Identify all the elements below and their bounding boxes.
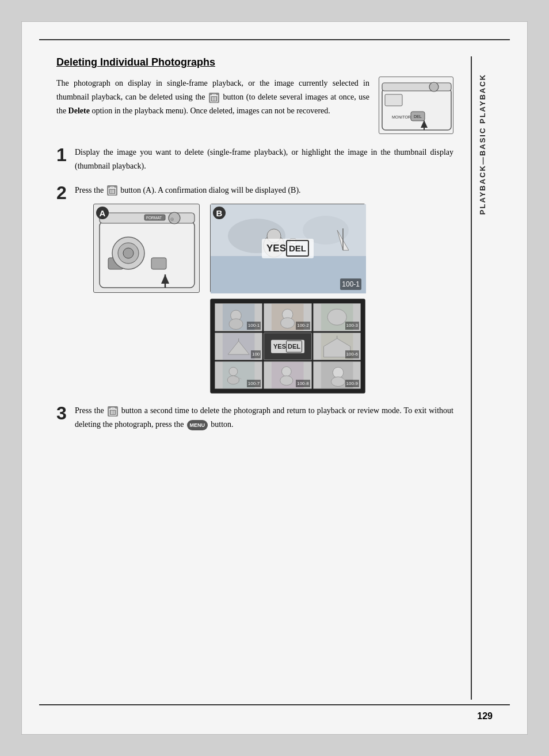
step-2-text-post: button (A). A confirmation dialog will b… bbox=[120, 186, 300, 194]
step-3-content: Press the button a second time to delete… bbox=[75, 404, 453, 432]
thumb-num-7: 100-7 bbox=[247, 380, 261, 388]
svg-point-35 bbox=[123, 248, 134, 258]
page: Deleting Individual Photographs The phot… bbox=[21, 21, 528, 735]
svg-point-62 bbox=[227, 376, 239, 384]
svg-rect-14 bbox=[385, 94, 402, 106]
yes-text: YES bbox=[266, 243, 286, 254]
svg-point-68 bbox=[333, 367, 344, 378]
svg-point-48 bbox=[229, 319, 243, 330]
intro-area: The photograph on display in single-fram… bbox=[56, 77, 453, 134]
step-2-content: Press the button (A). A confirmation dia… bbox=[75, 184, 453, 394]
step-2-text-pre: Press the bbox=[75, 186, 104, 194]
svg-text:FORMAT: FORMAT bbox=[146, 216, 162, 220]
top-border bbox=[39, 39, 510, 40]
step-1: 1 Display the image you want to delete (… bbox=[56, 146, 453, 173]
sidebar: PLAYBACK—BASIC PLAYBACK bbox=[471, 56, 493, 700]
page-number: 129 bbox=[477, 711, 493, 721]
svg-text:◎: ◎ bbox=[170, 217, 174, 221]
step2-images: A ◎ FORMAT bbox=[93, 204, 453, 394]
thumb-num-3: 100-3 bbox=[345, 322, 359, 330]
thumb-3: 100-3 bbox=[313, 303, 361, 331]
svg-rect-30 bbox=[151, 258, 166, 269]
svg-point-65 bbox=[282, 366, 292, 376]
thumb-del: DEL bbox=[286, 341, 302, 353]
sidebar-label: PLAYBACK—BASIC PLAYBACK bbox=[478, 74, 487, 215]
svg-text:DEL: DEL bbox=[414, 114, 422, 119]
thumb-yes-del: YESDEL bbox=[271, 340, 304, 353]
image-b-bottom: 100-1 100-2 100-3 bbox=[210, 299, 365, 394]
svg-point-53 bbox=[327, 310, 346, 326]
svg-point-69 bbox=[331, 377, 345, 387]
thumb-1: 100-1 bbox=[215, 303, 262, 331]
image-number: 100-1 bbox=[340, 278, 361, 290]
menu-icon: MENU bbox=[187, 420, 208, 430]
thumb-num-1: 100-1 bbox=[247, 322, 261, 330]
step-3-number: 3 bbox=[56, 404, 69, 422]
del-label: DEL bbox=[286, 240, 309, 257]
svg-text:MONITOR: MONITOR bbox=[392, 115, 411, 119]
thumb-num-4: 100 bbox=[251, 350, 261, 358]
svg-point-61 bbox=[229, 367, 238, 376]
step-3-text-mid: button a second time to delete the photo… bbox=[75, 406, 453, 429]
thumb-2: 100-2 bbox=[264, 303, 311, 331]
trash-icon-step2 bbox=[107, 185, 117, 196]
image-a: A ◎ FORMAT bbox=[93, 204, 200, 293]
svg-rect-7 bbox=[382, 83, 451, 91]
step-2-number: 2 bbox=[56, 184, 69, 202]
thumb-8: 100-8 bbox=[264, 361, 311, 389]
step-3-text-end: button. bbox=[211, 420, 233, 429]
bottom-border bbox=[39, 704, 510, 705]
thumb-5-yesdel: YESDEL bbox=[264, 333, 311, 360]
step-1-text: Display the image you want to delete (si… bbox=[75, 146, 453, 173]
thumbnail-grid: 100-1 100-2 100-3 bbox=[213, 301, 363, 391]
main-content: Deleting Individual Photographs The phot… bbox=[56, 56, 465, 700]
thumb-4: 100 bbox=[215, 333, 262, 360]
thumb-num-6: 100-6 bbox=[345, 350, 359, 358]
step-1-number: 1 bbox=[56, 146, 69, 164]
thumb-6: 100-6 bbox=[313, 333, 361, 360]
thumb-num-9: 100-9 bbox=[345, 380, 359, 388]
image-b-column: B bbox=[210, 204, 365, 394]
thumb-num-8: 100-8 bbox=[296, 380, 310, 388]
thumb-7: 100-7 bbox=[215, 361, 262, 389]
intro-text: The photograph on display in single-fram… bbox=[56, 77, 369, 117]
svg-point-51 bbox=[281, 318, 295, 329]
trash-icon-inline bbox=[209, 93, 219, 103]
image-b-top: B bbox=[210, 204, 365, 293]
step-2: 2 Press the button (A). A confirmation d… bbox=[56, 184, 453, 394]
step-3-text-pre: Press the bbox=[75, 406, 104, 415]
intro-para-3: op­tion in the playback menu). Once dele… bbox=[92, 106, 330, 115]
svg-point-8 bbox=[429, 82, 439, 91]
intro-bold-delete: Delete bbox=[68, 106, 90, 115]
thumb-9: 100-9 bbox=[313, 361, 361, 389]
camera-diagram-top: MONITOR DEL bbox=[379, 77, 453, 134]
svg-point-66 bbox=[280, 376, 293, 385]
thumb-num-2: 100-2 bbox=[296, 322, 310, 330]
step-3: 3 Press the button a second time to dele… bbox=[56, 404, 453, 432]
trash-icon-step3 bbox=[108, 406, 118, 417]
yes-del-label: YESDEL bbox=[262, 239, 314, 258]
section-title: Deleting Individual Photographs bbox=[56, 56, 453, 68]
